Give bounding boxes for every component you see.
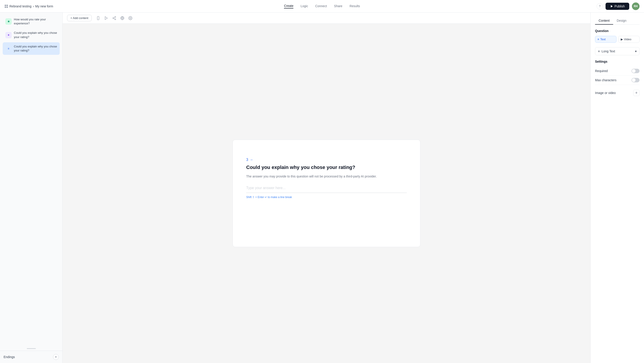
setting-max-characters: Max characters [595, 76, 640, 85]
form-canvas: 3 → Could you explain why you chose your… [62, 24, 590, 363]
video-type-label: Video [624, 38, 632, 41]
add-media-button[interactable]: + [633, 90, 640, 96]
question-number-value: 3 [246, 158, 248, 162]
breadcrumb-separator: › [33, 5, 34, 8]
endings-label: Endings [4, 355, 15, 359]
question-number: 3 → [246, 158, 407, 162]
required-toggle[interactable] [632, 69, 640, 73]
ai-icon: ✦ [8, 34, 10, 37]
svg-rect-1 [6, 5, 8, 6]
add-content-button[interactable]: + Add content [67, 15, 92, 21]
question-title: Could you explain why you chose your rat… [246, 164, 407, 171]
breadcrumb: Rebrand testing › My new form [4, 5, 53, 8]
publish-label: Publish [614, 5, 625, 8]
video-type-icon: ▶ [621, 38, 623, 41]
max-characters-label: Max characters [595, 78, 616, 82]
form-card: 3 → Could you explain why you chose your… [232, 140, 420, 247]
question-section-title: Question [595, 29, 640, 33]
settings-section: Settings Required Max characters [595, 60, 640, 85]
type-video-button[interactable]: ▶ Video [618, 36, 640, 43]
question-item-3[interactable]: ≡ Could you explain why you chose your r… [3, 42, 60, 55]
text-type-label: Text [600, 38, 606, 41]
question-badge-3: ≡ [5, 46, 12, 52]
svg-marker-7 [105, 17, 108, 20]
publish-icon [610, 5, 613, 8]
tab-content[interactable]: Content [595, 17, 613, 25]
toolbar: + Add content [62, 13, 590, 24]
nav-tabs: Create Logic Connect Share Results [217, 4, 427, 9]
question-list: ★ How would you rate your experience? ✦ … [0, 13, 62, 346]
star-icon: ★ [8, 20, 10, 23]
question-badge-2: ✦ [5, 32, 12, 38]
max-characters-toggle[interactable] [632, 78, 640, 82]
tab-share[interactable]: Share [334, 4, 342, 8]
svg-line-12 [114, 17, 115, 18]
text-type-icon: ≡ [598, 38, 599, 41]
content-area: + Add content [62, 13, 590, 363]
required-label: Required [595, 69, 608, 73]
type-text-button[interactable]: ≡ Text [595, 36, 616, 43]
keyboard-hint: Shift ⇧ + Enter ↵ to make a line break [246, 196, 407, 199]
breadcrumb-root[interactable]: Rebrand testing [10, 5, 32, 8]
right-panel: Content Design Question ≡ Text ▶ Video ≡… [590, 13, 644, 363]
question-text-3: Could you explain why you chose your rat… [14, 45, 57, 53]
tab-logic[interactable]: Logic [300, 4, 308, 8]
add-ending-button[interactable]: + [53, 354, 59, 360]
top-navigation: Rebrand testing › My new form Create Log… [0, 0, 644, 13]
tab-design[interactable]: Design [613, 17, 630, 25]
svg-rect-0 [5, 5, 6, 6]
type-dropdown-left: ≡ Long Text [598, 50, 615, 53]
breadcrumb-page[interactable]: My new form [35, 5, 53, 8]
svg-line-11 [114, 18, 115, 19]
sidebar: ★ How would you rate your experience? ✦ … [0, 13, 62, 363]
question-text-2: Could you explain why you chose your rat… [14, 31, 57, 39]
endings-section: Endings + [0, 351, 62, 363]
avatar[interactable]: RH [632, 3, 640, 10]
tab-results[interactable]: Results [350, 4, 360, 8]
question-type-buttons: ≡ Text ▶ Video [595, 36, 640, 43]
svg-point-15 [130, 18, 131, 19]
svg-point-9 [113, 18, 114, 19]
question-subtitle: The answer you may provide to this quest… [246, 174, 407, 179]
svg-marker-4 [611, 5, 613, 8]
settings-icon[interactable] [128, 16, 132, 20]
dropdown-label: Long Text [602, 50, 615, 53]
svg-rect-3 [6, 7, 8, 8]
type-dropdown[interactable]: ≡ Long Text ▾ [595, 47, 640, 55]
text-icon: ≡ [8, 47, 9, 50]
answer-input-area[interactable]: Type your answer here... [246, 186, 407, 193]
chevron-down-icon: ▾ [635, 50, 636, 53]
svg-rect-2 [5, 7, 6, 8]
publish-button[interactable]: Publish [606, 3, 629, 10]
tab-connect[interactable]: Connect [315, 4, 327, 8]
setting-required: Required [595, 67, 640, 76]
panel-tabs: Content Design [595, 17, 640, 25]
question-item-1[interactable]: ★ How would you rate your experience? [3, 15, 60, 28]
toolbar-icons [96, 16, 132, 20]
help-button[interactable]: ? [596, 3, 603, 10]
preview-icon[interactable] [104, 16, 108, 20]
question-arrow: → [250, 158, 253, 162]
settings-section-title: Settings [595, 60, 640, 63]
svg-point-8 [115, 16, 116, 18]
question-item-2[interactable]: ✦ Could you explain why you chose your r… [3, 29, 60, 41]
tab-create[interactable]: Create [284, 4, 294, 9]
grid-icon [4, 5, 8, 8]
image-video-label: Image or video [595, 91, 616, 95]
language-icon[interactable] [120, 16, 124, 20]
main-layout: ★ How would you rate your experience? ✦ … [0, 13, 644, 363]
dropdown-icon: ≡ [598, 50, 600, 53]
answer-placeholder[interactable]: Type your answer here... [246, 186, 407, 190]
question-text-1: How would you rate your experience? [14, 18, 57, 26]
svg-rect-5 [97, 16, 99, 20]
share-icon[interactable] [112, 16, 116, 20]
question-badge-1: ★ [5, 18, 12, 25]
svg-point-10 [115, 19, 116, 20]
image-video-row: Image or video + [595, 87, 640, 99]
mobile-icon[interactable] [96, 16, 100, 20]
